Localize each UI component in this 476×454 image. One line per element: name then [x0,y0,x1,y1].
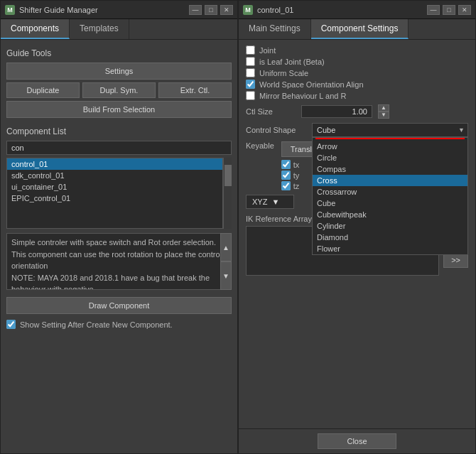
component-list-section: Component List control_01 sdk_control_01… [6,126,232,229]
dropdown-item-circle[interactable]: Circle [313,152,467,163]
tz-label: tz [293,182,300,190]
dropdown-list: Arrow Circle Compas Cross Crossarrow Cub… [312,137,468,255]
component-list-title: Component List [6,126,232,136]
guide-tools-title: Guide Tools [6,48,232,58]
leaf-joint-label: is Leaf Joint (Beta) [259,58,325,66]
left-content: Guide Tools Settings Duplicate Dupl. Sym… [1,40,237,453]
dropdown-item-cubewithpeak[interactable]: Cubewithpeak [313,209,467,220]
tz-checkbox[interactable] [281,181,291,190]
component-list-box: control_01 sdk_control_01 ui_container_0… [6,158,223,229]
right-tab-bar: Main Settings Component Settings [239,19,475,40]
tab-component-settings[interactable]: Component Settings [311,19,409,39]
joint-checkbox[interactable] [246,45,255,55]
spin-down-button[interactable]: ▼ [378,112,389,119]
settings-button[interactable]: Settings [6,63,232,80]
ctl-size-label: Ctl Size [246,107,296,116]
control-shape-row: Control Shape Cube ▼ Arrow Circle Compas… [246,123,468,137]
ty-label: ty [293,171,300,180]
dropdown-display[interactable]: Cube ▼ [312,123,468,137]
left-tab-bar: Components Templates [1,19,237,40]
uniform-scale-label: Uniform Scale [259,69,308,77]
right-window-icon: M [243,5,253,15]
description-area: Simple controler with space switch and R… [6,233,232,290]
joint-row: Joint [246,45,468,55]
tab-main-settings[interactable]: Main Settings [239,19,311,39]
minimize-button-left[interactable]: — [189,5,202,15]
dupl-sym-button[interactable]: Dupl. Sym. [82,82,156,98]
duplicate-button[interactable]: Duplicate [6,82,80,98]
uniform-scale-checkbox[interactable] [246,68,255,77]
chevron-down-icon: ▼ [458,126,465,134]
red-underline [315,138,465,139]
dropdown-item-crossarrow[interactable]: Crossarrow [313,186,467,198]
build-from-selection-button[interactable]: Build From Selection [6,101,232,118]
desc-scroll-up[interactable]: ▲ [220,233,232,261]
show-setting-row: Show Setting After Create New Component. [6,320,232,329]
draw-component-button[interactable]: Draw Component [6,297,232,314]
xyz-dropdown[interactable]: XYZ ▼ [246,195,294,209]
ctl-size-input[interactable] [301,105,372,118]
desc-scroll-down[interactable]: ▼ [220,261,232,290]
extr-ctl-button[interactable]: Extr. Ctl. [158,82,232,98]
ty-checkbox[interactable] [281,171,291,180]
keyable-label: Keyable [246,141,274,188]
world-space-label: World Space Orientation Align [259,80,364,89]
left-window: M Shifter Guide Manager — □ ✕ Components… [0,0,238,454]
dropdown-item-flower[interactable]: Flower [313,243,467,254]
xyz-value: XYZ [252,198,267,206]
leaf-joint-checkbox[interactable] [246,57,255,66]
maximize-button-right[interactable]: □ [443,5,455,15]
world-space-checkbox[interactable] [246,80,255,89]
left-window-controls: — □ ✕ [189,5,233,15]
scroll-thumb [225,165,232,186]
dropdown-item-cube[interactable]: Cube [313,198,467,209]
list-box-container: control_01 sdk_control_01 ui_container_0… [6,158,232,229]
left-title-bar: M Shifter Guide Manager — □ ✕ [1,1,237,19]
mirror-behaviour-row: Mirror Behaviour L and R [246,91,468,100]
tab-components[interactable]: Components [1,19,70,39]
dropdown-item-diamond[interactable]: Diamond [313,232,467,243]
left-window-icon: M [5,5,15,15]
spin-up-button[interactable]: ▲ [378,104,389,112]
tx-checkbox[interactable] [281,160,291,169]
maximize-button-left[interactable]: □ [205,5,217,15]
tx-label: tx [293,161,300,169]
list-item[interactable]: EPIC_control_01 [7,193,222,204]
mirror-behaviour-label: Mirror Behaviour L and R [259,92,346,100]
tab-templates[interactable]: Templates [70,19,129,39]
dropdown-item-compas[interactable]: Compas [313,163,467,175]
close-button[interactable]: Close [318,433,396,449]
dropdown-item-cross[interactable]: Cross [313,175,467,186]
list-item[interactable]: control_01 [7,158,222,170]
spin-buttons: ▲ ▼ [378,104,389,119]
action-buttons-row: Duplicate Dupl. Sym. Extr. Ctl. [6,82,232,98]
dropdown-item-cylinder[interactable]: Cylinder [313,220,467,232]
left-window-title: Shifter Guide Manager [19,6,189,14]
show-setting-checkbox[interactable] [6,320,16,329]
joint-label: Joint [259,46,276,55]
bottom-bar: Close [239,428,475,453]
right-window: M control_01 — □ ✕ Main Settings Compone… [238,0,476,454]
uniform-scale-row: Uniform Scale [246,68,468,77]
dropdown-value: Cube [317,126,335,134]
right-title-bar: M control_01 — □ ✕ [239,1,475,19]
control-shape-label: Control Shape [246,126,306,134]
list-item[interactable]: sdk_control_01 [7,170,222,181]
xyz-chevron-icon: ▼ [271,198,279,206]
search-input[interactable] [6,141,232,155]
right-window-controls: — □ ✕ [427,5,471,15]
mirror-behaviour-checkbox[interactable] [246,91,255,100]
list-scrollbar[interactable] [223,158,232,229]
show-setting-label: Show Setting After Create New Component. [20,320,173,329]
ctl-size-row: Ctl Size ▲ ▼ [246,104,468,119]
right-content: Joint is Leaf Joint (Beta) Uniform Scale… [239,40,475,428]
world-space-row: World Space Orientation Align [246,80,468,89]
dropdown-item-arrow[interactable]: Arrow [313,141,467,152]
leaf-joint-row: is Leaf Joint (Beta) [246,57,468,66]
list-item[interactable]: ui_container_01 [7,181,222,193]
minimize-button-right[interactable]: — [427,5,440,15]
control-shape-dropdown[interactable]: Cube ▼ Arrow Circle Compas Cross Crossar… [312,123,468,137]
close-button-right[interactable]: ✕ [458,5,471,15]
close-button-left[interactable]: ✕ [220,5,233,15]
right-window-title: control_01 [257,6,427,14]
